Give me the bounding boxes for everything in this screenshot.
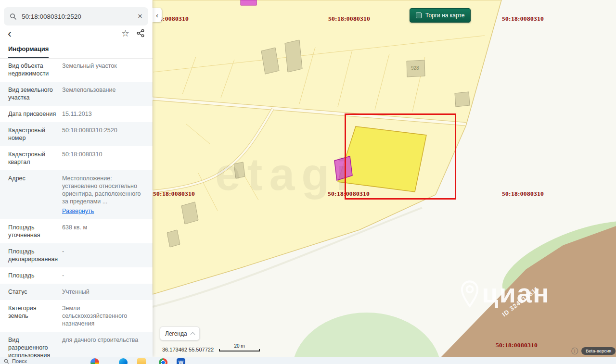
quarter-label: 50:18:0080310 bbox=[153, 190, 195, 198]
row-value: для дачного строительства bbox=[62, 336, 144, 357]
auctions-on-map-button[interactable]: Торги на карте bbox=[410, 8, 471, 23]
table-row: Категория земель Земли сельскохозяйствен… bbox=[0, 300, 153, 332]
scale-label: 20 m bbox=[219, 343, 260, 349]
building bbox=[285, 40, 302, 72]
edge-icon[interactable] bbox=[119, 358, 128, 364]
brand-watermark: циан bbox=[460, 280, 550, 308]
row-label: Площадь уточненная bbox=[8, 224, 56, 239]
table-row-address: Адрес Местоположение: установлено относи… bbox=[0, 170, 153, 219]
cursor-coordinates: 36.173462 55.507722 bbox=[162, 347, 214, 352]
row-label: Адрес bbox=[8, 175, 56, 215]
cadastral-map[interactable]: 50:18:0080310 50:18:0080310 50:18:008031… bbox=[153, 0, 616, 357]
table-row: Статус Учтенный bbox=[0, 284, 153, 300]
taskbar-search[interactable]: Поиск bbox=[4, 358, 26, 364]
row-value: 50:18:0080310 bbox=[62, 151, 144, 166]
chevron-up-icon bbox=[190, 332, 195, 337]
legend-button[interactable]: Легенда bbox=[160, 326, 200, 340]
info-icon[interactable]: ⓘ bbox=[571, 348, 578, 354]
row-label: Площадь bbox=[8, 272, 56, 279]
row-label: Вид объекта недвижимости bbox=[8, 62, 56, 77]
attributes-table: Вид объекта недвижимости Земельный участ… bbox=[0, 58, 153, 357]
search-icon bbox=[4, 359, 9, 364]
windows-taskbar[interactable]: Поиск W bbox=[0, 357, 616, 364]
row-label: Дата присвоения bbox=[8, 110, 56, 118]
address-text: Местоположение: установлено относительно… bbox=[62, 175, 141, 205]
selection-rectangle bbox=[345, 113, 456, 200]
table-row: Вид разрешенного использования для дачно… bbox=[0, 332, 153, 357]
row-label: Вид разрешенного использования bbox=[8, 336, 56, 357]
clear-search-icon[interactable]: × bbox=[138, 12, 142, 21]
app-window: 50:18:0080310:2520 × ‹ ☆ Информация Вид … bbox=[0, 0, 616, 364]
photos-app-icon[interactable] bbox=[90, 358, 99, 364]
table-row: Площадь уточненная 638 кв. м bbox=[0, 219, 153, 243]
row-label: Кадастровый номер bbox=[8, 126, 56, 142]
beta-badge: Beta-версия bbox=[581, 347, 616, 355]
row-label: Статус bbox=[8, 288, 56, 296]
word-icon[interactable]: W bbox=[177, 358, 185, 364]
building-number-label: 928 bbox=[411, 65, 419, 71]
row-value: Земли сельскохозяйственного назначения bbox=[62, 304, 144, 327]
building bbox=[455, 92, 470, 107]
quarter-label: 50:18:0080310 bbox=[502, 15, 544, 23]
search-box[interactable]: 50:18:0080310:2520 × bbox=[4, 7, 148, 25]
expand-link[interactable]: Развернуть bbox=[62, 207, 94, 215]
row-label: Вид земельного участка bbox=[8, 86, 56, 101]
pin-icon bbox=[460, 280, 480, 308]
table-row: Кадастровый номер 50:18:0080310:2520 bbox=[0, 122, 153, 146]
row-value: Земельный участок bbox=[62, 62, 144, 77]
row-label: Категория земель bbox=[8, 304, 56, 327]
taskbar-search-label: Поиск bbox=[12, 358, 26, 364]
scale-line bbox=[219, 349, 260, 351]
quarter-label: 50:18:0080310 bbox=[328, 15, 370, 23]
chrome-icon[interactable] bbox=[159, 358, 167, 364]
row-label: Площадь декларированная bbox=[8, 248, 56, 263]
back-button[interactable]: ‹ bbox=[8, 27, 12, 40]
row-value: 15.11.2013 bbox=[62, 110, 144, 118]
building bbox=[181, 202, 198, 224]
favorite-star-icon[interactable]: ☆ bbox=[121, 28, 129, 39]
table-row: Дата присвоения 15.11.2013 bbox=[0, 106, 153, 122]
table-row: Площадь декларированная - bbox=[0, 243, 153, 267]
info-sidebar: 50:18:0080310:2520 × ‹ ☆ Информация Вид … bbox=[0, 0, 153, 357]
row-value: - bbox=[62, 248, 144, 263]
quarter-label: 50:18:0080310 bbox=[502, 190, 544, 198]
search-input[interactable]: 50:18:0080310:2520 bbox=[22, 13, 133, 20]
row-value: Учтенный bbox=[62, 288, 144, 296]
tab-information[interactable]: Информация bbox=[8, 42, 49, 58]
row-value: 638 кв. м bbox=[62, 224, 144, 239]
pink-parcel-top[interactable] bbox=[241, 0, 257, 5]
search-icon bbox=[10, 13, 17, 20]
row-label: Кадастровый квартал bbox=[8, 151, 56, 166]
auctions-checkbox[interactable] bbox=[416, 13, 422, 18]
legend-label: Легенда bbox=[165, 330, 187, 337]
collapse-sidebar-button[interactable]: ‹ bbox=[153, 8, 162, 22]
tab-bar: Информация bbox=[0, 42, 153, 59]
file-explorer-icon[interactable] bbox=[137, 358, 146, 364]
table-row: Вид объекта недвижимости Земельный участ… bbox=[0, 58, 153, 82]
row-value: Землепользование bbox=[62, 86, 144, 101]
auctions-label: Торги на карте bbox=[425, 12, 464, 19]
scale-bar: 20 m bbox=[219, 343, 260, 351]
row-value: - bbox=[62, 272, 144, 279]
row-value: Местоположение: установлено относительно… bbox=[62, 175, 144, 215]
quarter-label: 50:18:0080310 bbox=[496, 341, 538, 349]
table-row: Площадь - bbox=[0, 267, 153, 284]
table-row: Кадастровый квартал 50:18:0080310 bbox=[0, 146, 153, 170]
object-toolbar: ‹ ☆ bbox=[0, 27, 153, 42]
row-value: 50:18:0080310:2520 bbox=[62, 126, 144, 142]
table-row: Вид земельного участка Землепользование bbox=[0, 82, 153, 106]
share-icon[interactable] bbox=[136, 29, 145, 38]
